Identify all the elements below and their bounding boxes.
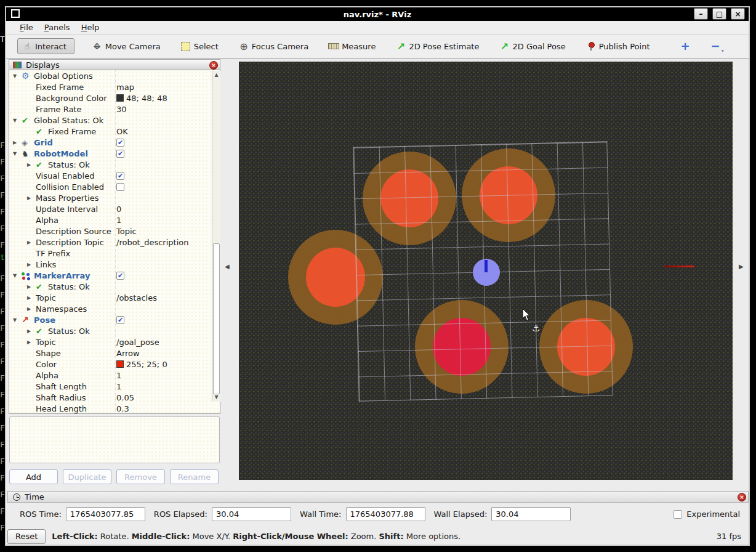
tree-row[interactable]: Update Interval0 xyxy=(9,203,220,214)
menu-item[interactable]: Help xyxy=(81,23,100,32)
checkbox-checked[interactable]: ✔ xyxy=(116,316,124,324)
tree-row[interactable]: ▶Topic/obstacles xyxy=(9,292,220,303)
tree-row[interactable]: Head Length0.3 xyxy=(9,403,220,414)
expand-right-icon[interactable]: ▶ xyxy=(27,284,36,290)
tree-row[interactable]: Alpha1 xyxy=(9,370,220,381)
add-tool-button[interactable]: + xyxy=(680,41,690,52)
toolbar-button[interactable]: Select xyxy=(178,39,221,54)
displays-action-button[interactable]: Rename xyxy=(170,469,219,484)
tree-row[interactable]: Color255; 25; 0 xyxy=(9,359,220,370)
time-field: ROS Elapsed: 30.04 xyxy=(154,507,291,521)
remove-tool-menu-arrow-icon[interactable]: ▾ xyxy=(722,48,724,54)
time-field-input[interactable]: 30.04 xyxy=(491,507,571,521)
value-text: 0 xyxy=(116,205,121,214)
tree-row[interactable]: ▼Pose✔ xyxy=(9,314,220,325)
toolbar-button[interactable]: Measure xyxy=(326,39,378,54)
tree-row[interactable]: ▶Namespaces xyxy=(9,303,220,314)
expand-right-panel-icon[interactable]: ▶ xyxy=(739,263,744,270)
time-field-input[interactable]: 1765403077.88 xyxy=(346,507,425,521)
checkbox-checked[interactable]: ✔ xyxy=(116,172,124,180)
tree-row[interactable]: ▼RobotModel✔ xyxy=(9,148,220,159)
displays-close-icon[interactable]: × xyxy=(209,61,218,70)
expand-right-icon[interactable]: ▶ xyxy=(27,295,36,301)
expand-right-icon[interactable]: ▶ xyxy=(27,328,36,334)
tree-row[interactable]: Background Color48; 48; 48 xyxy=(9,92,220,104)
expand-down-icon[interactable]: ▼ xyxy=(13,273,22,278)
scroll-up-icon[interactable]: ▲ xyxy=(212,71,220,79)
property-value: 30 xyxy=(116,105,127,114)
tree-row[interactable]: Fixed FrameOK xyxy=(9,126,220,137)
expand-right-icon[interactable]: ▶ xyxy=(27,195,36,201)
scrollbar-thumb[interactable] xyxy=(213,243,220,394)
tree-row[interactable]: Description SourceTopic xyxy=(9,225,220,237)
tree-row[interactable]: ▶Topic/goal_pose xyxy=(9,336,220,347)
displays-scrollbar[interactable]: ▲ ▼ xyxy=(212,71,220,402)
tree-row[interactable]: ShapeArrow xyxy=(9,347,220,359)
time-field: ROS Time: 1765403077.85 xyxy=(20,507,145,521)
expand-right-icon[interactable]: ▶ xyxy=(27,240,36,245)
time-field-input[interactable]: 1765403077.85 xyxy=(66,507,145,521)
titlebar[interactable]: nav.rviz* - RViz – □ × xyxy=(6,7,749,21)
3d-viewport[interactable]: ⚓ xyxy=(239,62,733,480)
robot-icon xyxy=(22,148,34,158)
expand-down-icon[interactable]: ▼ xyxy=(13,73,22,79)
checkbox-checked[interactable]: ✔ xyxy=(116,272,124,280)
property-name: Shape xyxy=(36,349,61,358)
toolbar-button[interactable]: Move Camera xyxy=(89,39,163,54)
tree-row[interactable]: Shaft Length1 xyxy=(9,381,220,392)
displays-panel-header[interactable]: Displays × xyxy=(9,59,220,70)
minimize-button[interactable]: – xyxy=(694,8,708,20)
checkbox-checked[interactable]: ✔ xyxy=(116,139,124,147)
maximize-button[interactable]: □ xyxy=(712,8,726,20)
close-button[interactable]: × xyxy=(731,8,745,20)
tree-row[interactable]: Alpha1 xyxy=(9,214,220,225)
tree-row[interactable]: ▼Global Status: Ok xyxy=(9,115,220,126)
tree-row[interactable]: ▶Links xyxy=(9,259,220,270)
tree-row[interactable]: ▶Grid✔ xyxy=(9,137,220,148)
toolbar-button[interactable]: 2D Pose Estimate xyxy=(393,39,481,54)
tree-row[interactable]: ▶Mass Properties xyxy=(9,192,220,203)
expand-down-icon[interactable]: ▼ xyxy=(13,151,22,156)
expand-down-icon[interactable]: ▼ xyxy=(13,317,22,323)
tree-row[interactable]: Frame Rate30 xyxy=(9,104,220,115)
tree-row[interactable]: ▶Status: Ok xyxy=(9,281,220,292)
tree-row[interactable]: Visual Enabled✔ xyxy=(9,170,220,181)
menu-item[interactable]: File xyxy=(20,23,33,32)
toolbar-button[interactable]: Focus Camera xyxy=(236,39,311,54)
toolbar-button-label: Publish Point xyxy=(599,42,650,51)
collapse-left-panel-icon[interactable]: ◀ xyxy=(225,263,230,270)
menu-item[interactable]: Panels xyxy=(44,23,70,32)
tree-row[interactable]: ▶Status: Ok xyxy=(9,159,220,170)
reset-button[interactable]: Reset xyxy=(7,529,46,544)
experimental-checkbox[interactable] xyxy=(674,510,682,519)
checkbox-unchecked[interactable] xyxy=(116,183,124,191)
time-field-input[interactable]: 30.04 xyxy=(212,507,291,521)
expand-right-icon[interactable]: ▶ xyxy=(27,162,36,168)
checkbox-checked[interactable]: ✔ xyxy=(116,150,124,158)
expand-right-icon[interactable]: ▶ xyxy=(27,339,36,345)
scroll-down-icon[interactable]: ▼ xyxy=(212,393,220,402)
tree-row[interactable]: Shaft Radius0.05 xyxy=(9,392,220,403)
tree-row[interactable]: ▶Description Topic/robot_description xyxy=(9,237,220,248)
displays-action-button[interactable]: Remove xyxy=(116,469,165,484)
expand-right-icon[interactable]: ▶ xyxy=(27,306,36,312)
tree-row[interactable]: Collision Enabled xyxy=(9,181,220,192)
toolbar-button[interactable]: Publish Point xyxy=(583,39,653,54)
tree-row[interactable]: TF Prefix xyxy=(9,248,220,259)
expand-right-icon[interactable]: ▶ xyxy=(13,140,22,145)
remove-tool-button[interactable]: − xyxy=(711,41,720,52)
tree-row[interactable]: ▶Status: Ok xyxy=(9,325,220,336)
mouse-hint-part: Middle-Click: Move X/Y. xyxy=(132,532,233,541)
grid-icon xyxy=(22,137,34,147)
time-close-icon[interactable]: × xyxy=(738,493,746,501)
toolbar-button[interactable]: Interact xyxy=(17,38,74,54)
toolbar-button[interactable]: 2D Goal Pose xyxy=(496,39,568,54)
tree-row[interactable]: ▼Global Options xyxy=(9,70,220,81)
tree-row[interactable]: Fixed Framemap xyxy=(9,81,220,92)
time-panel-header[interactable]: Time × xyxy=(7,491,749,503)
displays-action-button[interactable]: Duplicate xyxy=(63,469,111,484)
tree-row[interactable]: ▼MarkerArray✔ xyxy=(9,270,220,281)
displays-action-button[interactable]: Add xyxy=(9,469,58,484)
expand-down-icon[interactable]: ▼ xyxy=(13,118,22,123)
expand-right-icon[interactable]: ▶ xyxy=(27,262,36,267)
